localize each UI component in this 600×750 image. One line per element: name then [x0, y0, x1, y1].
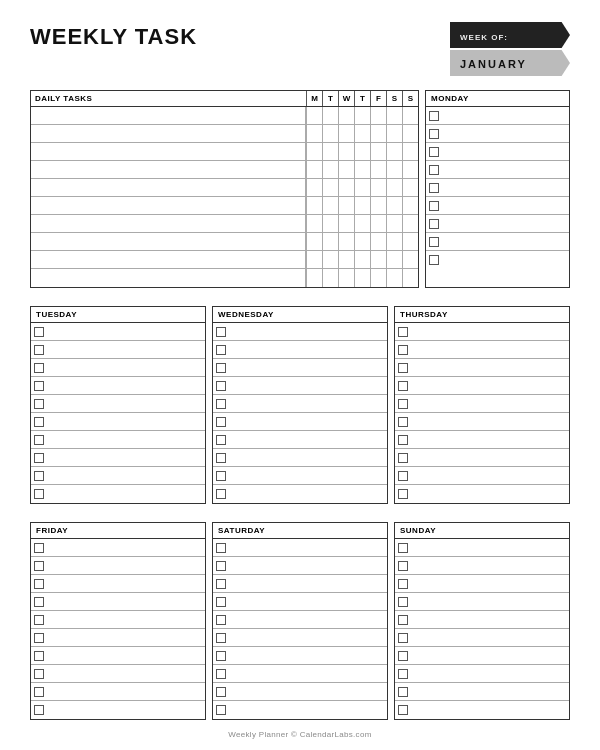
dt-check-cell[interactable]	[402, 251, 418, 268]
dt-check-cell[interactable]	[370, 125, 386, 142]
dt-check-cell[interactable]	[338, 179, 354, 196]
dt-check-cell[interactable]	[338, 215, 354, 232]
dt-check-cell[interactable]	[402, 179, 418, 196]
friday-checkbox[interactable]	[34, 543, 44, 553]
thursday-checkbox[interactable]	[398, 327, 408, 337]
sunday-checkbox[interactable]	[398, 633, 408, 643]
tuesday-checkbox[interactable]	[34, 327, 44, 337]
dt-check-cell[interactable]	[386, 107, 402, 124]
dt-check-cell[interactable]	[322, 197, 338, 214]
wednesday-checkbox[interactable]	[216, 471, 226, 481]
friday-checkbox[interactable]	[34, 669, 44, 679]
saturday-checkbox[interactable]	[216, 669, 226, 679]
dt-check-cell[interactable]	[402, 269, 418, 287]
tuesday-checkbox[interactable]	[34, 489, 44, 499]
dt-check-cell[interactable]	[386, 143, 402, 160]
dt-check-cell[interactable]	[386, 215, 402, 232]
dt-check-cell[interactable]	[386, 125, 402, 142]
dt-task-cell[interactable]	[31, 215, 306, 232]
dt-task-cell[interactable]	[31, 125, 306, 142]
saturday-checkbox[interactable]	[216, 705, 226, 715]
dt-check-cell[interactable]	[386, 197, 402, 214]
dt-check-cell[interactable]	[306, 125, 322, 142]
sunday-checkbox[interactable]	[398, 561, 408, 571]
wednesday-checkbox[interactable]	[216, 435, 226, 445]
monday-checkbox[interactable]	[429, 183, 439, 193]
dt-check-cell[interactable]	[354, 197, 370, 214]
dt-check-cell[interactable]	[402, 107, 418, 124]
dt-check-cell[interactable]	[306, 269, 322, 287]
dt-check-cell[interactable]	[306, 161, 322, 178]
wednesday-checkbox[interactable]	[216, 399, 226, 409]
dt-check-cell[interactable]	[354, 179, 370, 196]
saturday-checkbox[interactable]	[216, 687, 226, 697]
dt-check-cell[interactable]	[354, 215, 370, 232]
monday-checkbox[interactable]	[429, 111, 439, 121]
dt-check-cell[interactable]	[322, 161, 338, 178]
wednesday-checkbox[interactable]	[216, 417, 226, 427]
dt-check-cell[interactable]	[370, 233, 386, 250]
wednesday-checkbox[interactable]	[216, 489, 226, 499]
friday-checkbox[interactable]	[34, 687, 44, 697]
dt-check-cell[interactable]	[370, 269, 386, 287]
dt-check-cell[interactable]	[322, 107, 338, 124]
saturday-checkbox[interactable]	[216, 651, 226, 661]
sunday-checkbox[interactable]	[398, 651, 408, 661]
dt-task-cell[interactable]	[31, 269, 306, 287]
dt-check-cell[interactable]	[322, 269, 338, 287]
dt-check-cell[interactable]	[354, 251, 370, 268]
thursday-checkbox[interactable]	[398, 453, 408, 463]
tuesday-checkbox[interactable]	[34, 453, 44, 463]
dt-check-cell[interactable]	[322, 143, 338, 160]
dt-check-cell[interactable]	[306, 107, 322, 124]
thursday-checkbox[interactable]	[398, 345, 408, 355]
dt-check-cell[interactable]	[402, 197, 418, 214]
saturday-checkbox[interactable]	[216, 615, 226, 625]
thursday-checkbox[interactable]	[398, 399, 408, 409]
sunday-checkbox[interactable]	[398, 669, 408, 679]
dt-check-cell[interactable]	[338, 107, 354, 124]
dt-check-cell[interactable]	[338, 251, 354, 268]
dt-check-cell[interactable]	[306, 215, 322, 232]
dt-check-cell[interactable]	[370, 251, 386, 268]
sunday-checkbox[interactable]	[398, 597, 408, 607]
friday-checkbox[interactable]	[34, 615, 44, 625]
wednesday-checkbox[interactable]	[216, 363, 226, 373]
dt-check-cell[interactable]	[322, 251, 338, 268]
sunday-checkbox[interactable]	[398, 615, 408, 625]
monday-checkbox[interactable]	[429, 255, 439, 265]
sunday-checkbox[interactable]	[398, 543, 408, 553]
dt-check-cell[interactable]	[338, 269, 354, 287]
friday-checkbox[interactable]	[34, 579, 44, 589]
wednesday-checkbox[interactable]	[216, 327, 226, 337]
tuesday-checkbox[interactable]	[34, 363, 44, 373]
dt-task-cell[interactable]	[31, 233, 306, 250]
dt-check-cell[interactable]	[338, 161, 354, 178]
dt-check-cell[interactable]	[386, 233, 402, 250]
dt-check-cell[interactable]	[402, 125, 418, 142]
monday-checkbox[interactable]	[429, 147, 439, 157]
dt-check-cell[interactable]	[354, 161, 370, 178]
dt-check-cell[interactable]	[338, 197, 354, 214]
dt-task-cell[interactable]	[31, 107, 306, 124]
dt-check-cell[interactable]	[354, 233, 370, 250]
dt-check-cell[interactable]	[338, 125, 354, 142]
thursday-checkbox[interactable]	[398, 489, 408, 499]
dt-check-cell[interactable]	[338, 233, 354, 250]
monday-checkbox[interactable]	[429, 219, 439, 229]
dt-check-cell[interactable]	[386, 161, 402, 178]
thursday-checkbox[interactable]	[398, 417, 408, 427]
dt-check-cell[interactable]	[386, 179, 402, 196]
dt-task-cell[interactable]	[31, 179, 306, 196]
dt-check-cell[interactable]	[354, 269, 370, 287]
friday-checkbox[interactable]	[34, 633, 44, 643]
dt-check-cell[interactable]	[370, 161, 386, 178]
dt-task-cell[interactable]	[31, 197, 306, 214]
wednesday-checkbox[interactable]	[216, 345, 226, 355]
dt-check-cell[interactable]	[322, 125, 338, 142]
dt-check-cell[interactable]	[386, 251, 402, 268]
dt-check-cell[interactable]	[370, 107, 386, 124]
monday-checkbox[interactable]	[429, 129, 439, 139]
monday-checkbox[interactable]	[429, 201, 439, 211]
dt-check-cell[interactable]	[402, 161, 418, 178]
